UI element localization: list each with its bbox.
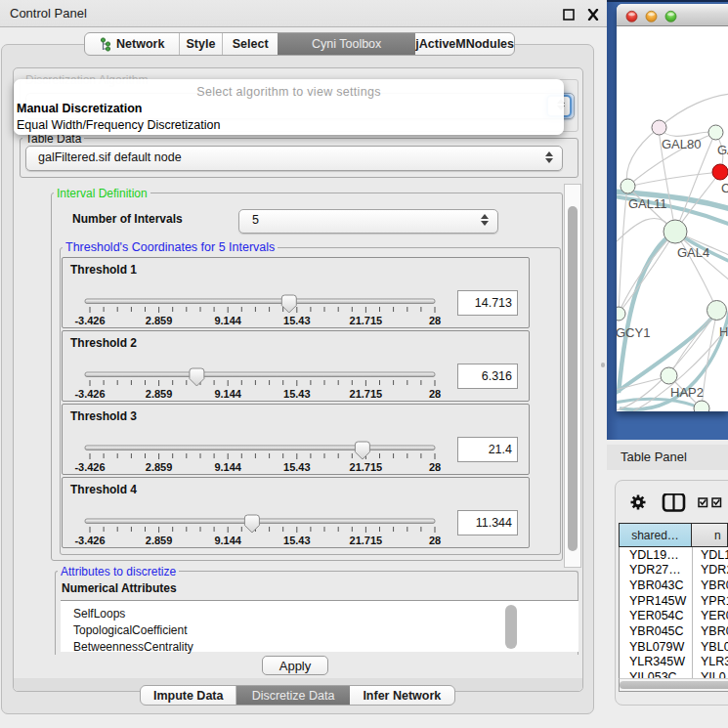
svg-text:15.43: 15.43 xyxy=(283,535,311,546)
svg-text:21.715: 21.715 xyxy=(350,388,383,400)
svg-text:28: 28 xyxy=(429,388,441,400)
svg-text:2.859: 2.859 xyxy=(146,535,173,546)
svg-text:15.43: 15.43 xyxy=(283,315,311,326)
svg-text:28: 28 xyxy=(429,535,441,546)
svg-text:28: 28 xyxy=(429,315,441,326)
svg-text:2.859: 2.859 xyxy=(146,315,173,326)
svg-text:GCY1: GCY1 xyxy=(617,325,650,340)
svg-text:21.715: 21.715 xyxy=(350,461,383,473)
svg-text:28: 28 xyxy=(429,461,441,473)
svg-text:9.144: 9.144 xyxy=(214,315,241,326)
svg-text:9.144: 9.144 xyxy=(214,461,241,473)
svg-text:C: C xyxy=(721,181,728,195)
svg-text:9.144: 9.144 xyxy=(214,535,241,546)
svg-text:2.859: 2.859 xyxy=(146,388,173,400)
svg-text:9.144: 9.144 xyxy=(214,388,241,400)
svg-text:21.715: 21.715 xyxy=(350,535,383,546)
svg-text:21.715: 21.715 xyxy=(350,315,383,326)
svg-text:GAL4: GAL4 xyxy=(677,245,709,260)
svg-text:-3.426: -3.426 xyxy=(74,388,105,400)
svg-text:-3.426: -3.426 xyxy=(74,461,105,473)
svg-text:H: H xyxy=(719,324,728,339)
svg-text:15.43: 15.43 xyxy=(283,388,311,400)
svg-text:15.43: 15.43 xyxy=(283,461,311,473)
svg-text:-3.426: -3.426 xyxy=(74,315,105,326)
svg-text:GAL11: GAL11 xyxy=(628,196,667,211)
svg-text:GAL80: GAL80 xyxy=(662,137,701,151)
svg-text:GA: GA xyxy=(717,143,728,157)
svg-text:-3.426: -3.426 xyxy=(74,535,105,546)
svg-text:HAP2: HAP2 xyxy=(670,385,704,400)
svg-text:2.859: 2.859 xyxy=(146,461,173,473)
